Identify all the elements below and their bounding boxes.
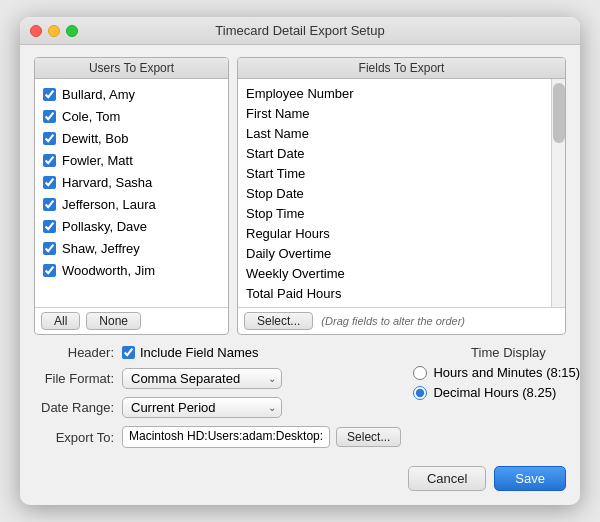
- decimal-hours-text: Decimal Hours (8.25): [433, 385, 556, 400]
- all-button[interactable]: All: [41, 312, 80, 330]
- include-field-names-checkbox[interactable]: [122, 346, 135, 359]
- users-panel: Users To Export Bullard, AmyCole, TomDew…: [34, 57, 229, 335]
- time-display-label: Time Display: [413, 345, 580, 360]
- field-item[interactable]: Stop Time: [238, 203, 551, 223]
- title-bar: Timecard Detail Export Setup: [20, 17, 580, 45]
- users-panel-footer: All None: [35, 307, 228, 334]
- decimal-hours-radio[interactable]: [413, 386, 427, 400]
- hours-minutes-radio-label[interactable]: Hours and Minutes (8:15): [413, 365, 580, 380]
- user-item: Harvard, Sasha: [37, 171, 226, 193]
- none-button[interactable]: None: [86, 312, 141, 330]
- include-field-names-label[interactable]: Include Field Names: [122, 345, 259, 360]
- file-format-select[interactable]: Comma SeparatedTab SeparatedExcel: [122, 368, 282, 389]
- file-format-select-wrapper: Comma SeparatedTab SeparatedExcel ⌄: [122, 368, 282, 389]
- user-item: Cole, Tom: [37, 105, 226, 127]
- cancel-button[interactable]: Cancel: [408, 466, 486, 491]
- user-label-4: Harvard, Sasha: [62, 175, 152, 190]
- close-button[interactable]: [30, 25, 42, 37]
- fields-inner: Employee NumberFirst NameLast NameStart …: [238, 79, 565, 307]
- field-item[interactable]: First Name: [238, 103, 551, 123]
- date-range-label: Date Range:: [34, 400, 114, 415]
- header-row: Header: Include Field Names: [34, 345, 401, 360]
- user-checkbox-5[interactable]: [43, 198, 56, 211]
- scroll-track[interactable]: [551, 79, 565, 307]
- user-label-1: Cole, Tom: [62, 109, 120, 124]
- window-controls: [30, 25, 78, 37]
- content-area: Users To Export Bullard, AmyCole, TomDew…: [20, 45, 580, 505]
- user-label-3: Fowler, Matt: [62, 153, 133, 168]
- user-item: Fowler, Matt: [37, 149, 226, 171]
- user-item: Bullard, Amy: [37, 83, 226, 105]
- export-to-row: Export To: Macintosh HD:Users:adam:Deskt…: [34, 426, 401, 448]
- user-checkbox-2[interactable]: [43, 132, 56, 145]
- user-checkbox-8[interactable]: [43, 264, 56, 277]
- fields-list: Employee NumberFirst NameLast NameStart …: [238, 79, 551, 307]
- user-checkbox-1[interactable]: [43, 110, 56, 123]
- scroll-thumb[interactable]: [553, 83, 565, 143]
- bottom-section: Header: Include Field Names File Format:…: [34, 345, 566, 456]
- field-item[interactable]: Employee Number: [238, 83, 551, 103]
- date-range-select-wrapper: Current PeriodPrevious PeriodCustom ⌄: [122, 397, 282, 418]
- user-checkbox-0[interactable]: [43, 88, 56, 101]
- users-list: Bullard, AmyCole, TomDewitt, BobFowler, …: [35, 79, 228, 307]
- user-checkbox-6[interactable]: [43, 220, 56, 233]
- file-format-label: File Format:: [34, 371, 114, 386]
- hours-minutes-radio[interactable]: [413, 366, 427, 380]
- user-item: Dewitt, Bob: [37, 127, 226, 149]
- user-label-0: Bullard, Amy: [62, 87, 135, 102]
- user-checkbox-4[interactable]: [43, 176, 56, 189]
- bottom-buttons: Cancel Save: [34, 466, 566, 491]
- user-label-7: Shaw, Jeffrey: [62, 241, 140, 256]
- field-item[interactable]: Start Time: [238, 163, 551, 183]
- minimize-button[interactable]: [48, 25, 60, 37]
- user-label-6: Pollasky, Dave: [62, 219, 147, 234]
- fields-panel-footer: Select... (Drag fields to alter the orde…: [238, 307, 565, 334]
- field-item[interactable]: Daily Overtime: [238, 243, 551, 263]
- hours-minutes-text: Hours and Minutes (8:15): [433, 365, 580, 380]
- drag-hint: (Drag fields to alter the order): [321, 315, 465, 327]
- user-item: Shaw, Jeffrey: [37, 237, 226, 259]
- user-checkbox-3[interactable]: [43, 154, 56, 167]
- users-panel-header: Users To Export: [35, 58, 228, 79]
- field-item[interactable]: Regular Hours: [238, 223, 551, 243]
- field-item[interactable]: Start Date: [238, 143, 551, 163]
- date-range-row: Date Range: Current PeriodPrevious Perio…: [34, 397, 401, 418]
- save-button[interactable]: Save: [494, 466, 566, 491]
- user-label-8: Woodworth, Jim: [62, 263, 155, 278]
- include-field-names-text: Include Field Names: [140, 345, 259, 360]
- user-label-5: Jefferson, Laura: [62, 197, 156, 212]
- header-label: Header:: [34, 345, 114, 360]
- user-label-2: Dewitt, Bob: [62, 131, 128, 146]
- field-item[interactable]: Stop Date: [238, 183, 551, 203]
- decimal-hours-radio-label[interactable]: Decimal Hours (8.25): [413, 385, 580, 400]
- user-item: Jefferson, Laura: [37, 193, 226, 215]
- export-to-label: Export To:: [34, 430, 114, 445]
- form-section: Header: Include Field Names File Format:…: [34, 345, 401, 456]
- window-title: Timecard Detail Export Setup: [215, 23, 384, 38]
- maximize-button[interactable]: [66, 25, 78, 37]
- field-item[interactable]: Weekly Overtime: [238, 263, 551, 283]
- user-item: Pollasky, Dave: [37, 215, 226, 237]
- export-to-path: Macintosh HD:Users:adam:Desktop:: [122, 426, 330, 448]
- user-item: Woodworth, Jim: [37, 259, 226, 281]
- fields-panel-header: Fields To Export: [238, 58, 565, 79]
- fields-panel: Fields To Export Employee NumberFirst Na…: [237, 57, 566, 335]
- file-format-row: File Format: Comma SeparatedTab Separate…: [34, 368, 401, 389]
- field-item[interactable]: Last Name: [238, 123, 551, 143]
- main-window: Timecard Detail Export Setup Users To Ex…: [20, 17, 580, 505]
- fields-select-button[interactable]: Select...: [244, 312, 313, 330]
- date-range-select[interactable]: Current PeriodPrevious PeriodCustom: [122, 397, 282, 418]
- time-display-section: Time Display Hours and Minutes (8:15) De…: [413, 345, 580, 456]
- export-to-select-button[interactable]: Select...: [336, 427, 401, 447]
- top-panels: Users To Export Bullard, AmyCole, TomDew…: [34, 57, 566, 335]
- export-to-controls: Macintosh HD:Users:adam:Desktop: Select.…: [122, 426, 401, 448]
- user-checkbox-7[interactable]: [43, 242, 56, 255]
- field-item[interactable]: Total Paid Hours: [238, 283, 551, 303]
